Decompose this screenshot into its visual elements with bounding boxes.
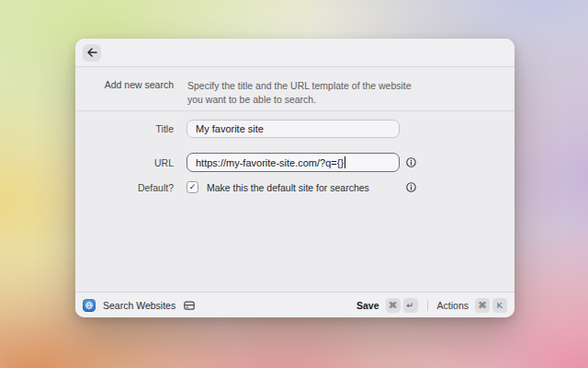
footer-divider <box>427 300 428 311</box>
back-button[interactable] <box>83 44 101 62</box>
form-area: Title My favorite site URL https://my-fa… <box>75 111 514 292</box>
info-icon[interactable] <box>406 182 416 192</box>
text-cursor <box>345 156 345 168</box>
default-checkbox-label[interactable]: Make this the default site for searches <box>207 182 369 193</box>
cmd-key-badge: ⌘ <box>386 298 401 313</box>
title-field-row: Title My favorite site <box>75 120 514 138</box>
url-field-label: URL <box>75 157 174 168</box>
actions-button[interactable]: Actions <box>437 300 469 311</box>
title-input[interactable]: My favorite site <box>187 120 400 138</box>
form-intro-section: Add new search Specify the title and the… <box>75 67 514 111</box>
default-field-label: Default? <box>75 182 174 193</box>
checkmark-icon: ✓ <box>189 183 197 191</box>
default-field-row: Default? ✓ Make this the default site fo… <box>75 181 514 193</box>
title-field-label: Title <box>75 123 174 134</box>
raycast-window: Add new search Specify the title and the… <box>75 39 514 317</box>
action-bar: Search Websites Save ⌘ ↵ Actions ⌘ K <box>75 292 514 317</box>
back-arrow-icon <box>86 47 98 58</box>
info-icon[interactable] <box>406 157 416 167</box>
search-websites-app-icon <box>83 299 96 312</box>
url-input[interactable]: https://my-favorite-site.com/?q={} <box>187 153 400 172</box>
k-key-badge: K <box>492 298 507 313</box>
window-header <box>75 39 514 67</box>
extension-name: Search Websites <box>103 300 175 311</box>
hard-drive-icon <box>183 299 196 312</box>
form-intro-label: Add new search <box>75 79 174 110</box>
cmd-key-badge: ⌘ <box>475 298 490 313</box>
save-button[interactable]: Save <box>356 300 379 311</box>
url-input-value: https://my-favorite-site.com/?q={} <box>196 157 344 168</box>
form-intro-description: Specify the title and the URL template o… <box>187 79 428 110</box>
default-checkbox[interactable]: ✓ <box>187 181 198 193</box>
title-input-value: My favorite site <box>196 123 264 134</box>
url-field-row: URL https://my-favorite-site.com/?q={} <box>75 153 514 172</box>
enter-key-badge: ↵ <box>403 298 418 313</box>
